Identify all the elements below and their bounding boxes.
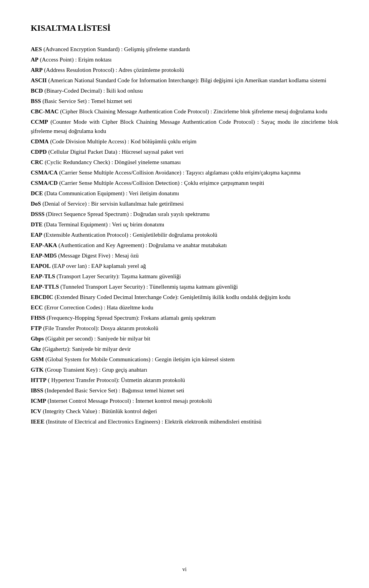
term-label: CSMA/CD xyxy=(31,180,58,186)
list-item: EAP-AKA (Authentication and Key Agreemen… xyxy=(31,241,338,250)
term-label: CDPD xyxy=(31,149,47,155)
term-label: EAP-TTLS xyxy=(31,284,59,290)
list-item: AP (Access Point) : Erişim noktası xyxy=(31,55,338,64)
page: KISALTMA LİSTESİ AES (Advanced Encryptio… xyxy=(0,0,369,588)
list-item: GSM (Global System for Mobile Communicat… xyxy=(31,355,338,364)
list-item: CDPD (Cellular Digital Packet Data) : Hü… xyxy=(31,147,338,156)
list-item: HTTP ( Hypertext Transfer Protocol): Üst… xyxy=(31,375,338,385)
list-item: EAP-TLS (Transport Layer Security): Taşı… xyxy=(31,272,338,281)
list-item: BCD (Binary-Coded Decimal) : İkili kod o… xyxy=(31,86,338,95)
term-label: FTP xyxy=(31,325,42,331)
term-label: CCMP xyxy=(31,119,48,125)
term-label: CBC-MAC xyxy=(31,108,59,115)
term-label: IBSS xyxy=(31,387,43,394)
list-item: FTP (File Transfer Protocol): Dosya akta… xyxy=(31,324,338,333)
term-label: FHSS xyxy=(31,315,45,321)
term-label: BCD xyxy=(31,88,43,94)
term-label: EAP xyxy=(31,232,42,238)
term-label: DTE xyxy=(31,221,43,228)
list-item: Gbps (Gigabit per second) : Saniyede bir… xyxy=(31,334,338,343)
term-label: AES xyxy=(31,46,42,52)
list-item: CBC-MAC (Cipher Block Chaining Message A… xyxy=(31,107,338,116)
term-label: EAP-MD5 xyxy=(31,252,57,259)
term-label: EAP-TLS xyxy=(31,273,55,279)
term-label: AP xyxy=(31,56,38,63)
term-label: Gbps xyxy=(31,336,44,342)
list-item: ECC (Error Correction Codes) : Hata düze… xyxy=(31,303,338,312)
content-area: AES (Advanced Encryption Standard) : Gel… xyxy=(31,45,338,426)
term-label: ECC xyxy=(31,304,43,311)
term-label: DoS xyxy=(31,201,41,207)
term-label: ASCII xyxy=(31,77,47,83)
term-label: GTK xyxy=(31,367,43,373)
term-label: HTTP xyxy=(31,377,47,383)
list-item: ICMP (Internet Control Message Protocol)… xyxy=(31,396,338,405)
list-item: EBCDIC (Extended Binary Coded Decimal In… xyxy=(31,292,338,302)
list-item: EAP-MD5 (Message Digest Five) : Mesaj öz… xyxy=(31,251,338,260)
page-footer: vi xyxy=(0,566,369,573)
term-label: DSSS xyxy=(31,211,45,217)
list-item: FHSS (Frequency-Hopping Spread Spectrum)… xyxy=(31,313,338,322)
term-label: BSS xyxy=(31,98,41,104)
list-item: BSS (Basic Service Set) : Temel hizmet s… xyxy=(31,96,338,106)
term-label: EAPOL xyxy=(31,263,51,269)
list-item: EAP (Extensible Authentication Protocol)… xyxy=(31,230,338,239)
list-item: CDMA (Code Division Multiple Access) : K… xyxy=(31,137,338,146)
term-label: ARP xyxy=(31,67,43,73)
list-item: GTK (Group Transient Key) : Grup geçiş a… xyxy=(31,365,338,374)
list-item: CSMA/CA (Carrier Sense Multiple Access/C… xyxy=(31,168,338,177)
list-item: DTE (Data Terminal Equipment) : Veri uç … xyxy=(31,220,338,229)
list-item: CCMP (Counter Mode with Cipher Block Cha… xyxy=(31,117,338,136)
term-label: CDMA xyxy=(31,138,49,145)
list-item: Ghz (Gigahertz): Saniyede bir milyar dev… xyxy=(31,344,338,354)
term-label: CSMA/CA xyxy=(31,169,58,176)
list-item: EAPOL (EAP over lan) : EAP kaplamalı yer… xyxy=(31,261,338,271)
list-item: IBSS (Independed Basic Service Set) : Ba… xyxy=(31,386,338,395)
list-item: EAP-TTLS (Tunneled Transport Layer Secur… xyxy=(31,282,338,291)
term-label: GSM xyxy=(31,356,44,362)
term-label: DCE xyxy=(31,190,43,196)
list-item: ICV (Integrity Check Value) : Bütünlük k… xyxy=(31,407,338,416)
list-item: CRC (Cyclic Redundancy Check) : Döngüsel… xyxy=(31,158,338,167)
list-item: DSSS (Direct Sequence Spread Spectrum) :… xyxy=(31,209,338,219)
term-label: IEEE xyxy=(31,419,45,425)
list-item: IEEE (Institute of Electrical and Electr… xyxy=(31,417,338,426)
list-item: ASCII (American National Standard Code f… xyxy=(31,76,338,85)
term-label: CRC xyxy=(31,159,43,165)
page-title: KISALTMA LİSTESİ xyxy=(31,23,338,33)
list-item: DCE (Data Communication Equipment) : Ver… xyxy=(31,189,338,198)
term-label: EAP-AKA xyxy=(31,242,57,248)
term-label: ICMP xyxy=(31,398,46,404)
term-label: Ghz xyxy=(31,346,41,352)
term-label: EBCDIC xyxy=(31,294,53,300)
term-label: ICV xyxy=(31,408,42,414)
list-item: AES (Advanced Encryption Standard) : Gel… xyxy=(31,45,338,54)
list-item: DoS (Denial of Service) : Bir servisin k… xyxy=(31,199,338,208)
list-item: ARP (Address Resulotion Protocol) : Adre… xyxy=(31,65,338,75)
list-item: CSMA/CD (Carrier Sense Multiple Access/C… xyxy=(31,178,338,188)
